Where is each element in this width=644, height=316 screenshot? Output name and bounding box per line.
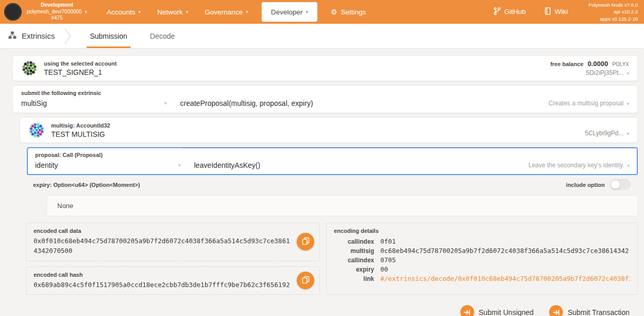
detail-value: 0705 (380, 256, 630, 264)
decode-link[interactable]: #/extrinsics/decode/0x0f010c68eb494c75d7… (380, 275, 630, 282)
chevron-down-icon: ▾ (626, 71, 629, 76)
extrinsics-icon (8, 31, 17, 41)
extrinsic-section-label: submit the following extrinsic (21, 90, 629, 96)
detail-key: link (334, 275, 374, 282)
proposal-doc[interactable]: Leave the secondary key's identity.▾ (528, 162, 630, 169)
book-icon (544, 7, 551, 17)
tab-bar: Extrinsics Submission Decode (0, 24, 644, 48)
include-option-toggle[interactable] (610, 179, 631, 190)
nav-developer[interactable]: Developer▾ (262, 2, 317, 22)
main-content: using the selected account TEST_SIGNER_1… (0, 48, 644, 316)
encoded-call-data-box: encoded call data 0x0f010c68eb494c75d787… (26, 223, 320, 261)
detail-value: 0c68eb494c75d78700205a9b7f2d6072c4038f36… (380, 247, 630, 255)
chain-selector[interactable]: Development polymesh_dev/7000000▾ #475 (4, 2, 87, 22)
chevron-down-icon: ▾ (138, 9, 141, 14)
pallet-select-value: multiSig (21, 99, 47, 107)
divider (182, 148, 637, 149)
multisig-param-label: multisig: AccountId32 (51, 122, 110, 129)
multisig-param-card[interactable]: multisig: AccountId32 TEST MULTISIG 5CLy… (20, 117, 638, 143)
chevron-down-icon: ▾ (186, 9, 188, 14)
copy-icon (302, 237, 310, 246)
account-address[interactable]: 5Di2iPj35Pt...▾ (586, 69, 629, 76)
top-bar: Development polymesh_dev/7000000▾ #475 A… (0, 0, 644, 24)
copy-icon (302, 276, 310, 285)
detail-key: callindex (334, 238, 374, 245)
toggle-knob (611, 180, 620, 189)
github-link[interactable]: GitHub (487, 7, 533, 17)
version-info: Polymesh Node v7.0.0 api v10.2.2 apps v0… (588, 2, 638, 22)
balance-unit: POLYX (612, 61, 629, 67)
extrinsic-doc-text: Creates a multisig proposal (549, 100, 623, 107)
extrinsic-doc[interactable]: Creates a multisig proposal▾ (549, 100, 629, 107)
tab-submission[interactable]: Submission (78, 24, 138, 48)
free-balance: free balance 0.0000 POLYX (550, 60, 629, 68)
breadcrumb-chevron-icon (64, 24, 78, 48)
account-identicon[interactable] (21, 60, 38, 76)
tab-submission-label: Submission (90, 32, 127, 40)
chevron-down-icon: ▾ (626, 131, 629, 136)
encoded-call-hash-value: 0x689ab89c4c5f0f1517905a0ccd18ece2cbb7db… (34, 280, 293, 290)
chevron-down-icon: ▾ (246, 9, 248, 14)
chevron-down-icon: ▾ (164, 101, 167, 106)
header-right: GitHub Wiki Polymesh Node v7.0.0 api v10… (487, 2, 638, 22)
nav-settings[interactable]: ⚙Settings (323, 0, 374, 24)
nav-network[interactable]: Network▾ (149, 0, 197, 24)
sign-in-icon (549, 305, 563, 316)
encoded-call-hash-box: encoded call hash 0x689ab89c4c5f0f151790… (26, 266, 320, 295)
chevron-down-icon: ▾ (178, 163, 181, 168)
encoding-details-box: encoding details callindex 0f01 multisig… (326, 223, 638, 295)
gear-icon: ⚙ (331, 8, 337, 16)
chevron-down-icon: ▾ (627, 163, 630, 168)
proposal-param-label: proposal: Call (Proposal) (35, 152, 630, 158)
nav-accounts[interactable]: Accounts▾ (99, 0, 149, 24)
submit-unsigned-label: Submit Unsigned (479, 308, 534, 316)
nav-governance-label: Governance (205, 8, 243, 16)
account-select-label: using the selected account (44, 60, 117, 67)
section-title-label: Extrinsics (22, 31, 55, 40)
multisig-address[interactable]: 5CLybi9gPd...▾ (585, 130, 629, 138)
nav-accounts-label: Accounts (107, 8, 136, 16)
proposal-param-card: proposal: Call (Proposal) identity▾ leav… (27, 147, 638, 175)
encoding-details-title: encoding details (334, 228, 630, 234)
encoded-section: encoded call data 0x0f010c68eb494c75d787… (26, 223, 638, 295)
nav-developer-label: Developer (271, 8, 303, 16)
copy-call-data-button[interactable] (297, 233, 314, 250)
encoded-call-hash-label: encoded call hash (34, 272, 293, 278)
submit-actions: Submit Unsigned Submit Transaction (12, 305, 630, 316)
expiry-param-row: expiry: Option<u64> (Option<Moment>) inc… (33, 179, 631, 190)
nav-governance[interactable]: Governance▾ (197, 0, 256, 24)
multisig-identicon[interactable] (28, 122, 45, 138)
chevron-down-icon: ▾ (85, 9, 87, 14)
chain-info: Development polymesh_dev/7000000▾ #475 (27, 2, 87, 22)
nav-network-label: Network (157, 8, 183, 16)
api-version: api v10.2.2 (588, 8, 638, 15)
copy-call-hash-button[interactable] (297, 272, 314, 289)
free-balance-label: free balance (550, 61, 583, 67)
tab-decode-label: Decode (150, 32, 175, 40)
github-label: GitHub (504, 8, 526, 15)
pallet-select[interactable]: multiSig▾ (21, 99, 167, 107)
proposal-doc-text: Leave the secondary key's identity. (528, 162, 624, 169)
proposal-pallet-select[interactable]: identity▾ (35, 161, 181, 169)
chain-logo (4, 3, 22, 21)
nav-settings-label: Settings (341, 8, 366, 16)
detail-key: multisig (334, 247, 374, 255)
detail-key: expiry (334, 266, 374, 273)
submit-transaction-button[interactable]: Submit Transaction (549, 305, 630, 316)
tab-decode[interactable]: Decode (139, 24, 186, 48)
proposal-method-select[interactable]: leaveIdentityAsKey() (194, 161, 260, 169)
chevron-down-icon: ▾ (626, 101, 629, 106)
best-block-number: #475 (27, 15, 87, 22)
detail-key: callindex (334, 257, 374, 264)
wiki-label: Wiki (555, 8, 568, 15)
expiry-value-box: None (46, 195, 638, 216)
method-select[interactable]: createProposal(multisig, proposal, expir… (180, 99, 313, 107)
multisig-account-name: TEST MULTISIG (51, 130, 110, 138)
expiry-param-label: expiry: Option<u64> (Option<Moment>) (33, 182, 140, 188)
wiki-link[interactable]: Wiki (537, 7, 575, 17)
section-title: Extrinsics (8, 24, 64, 48)
free-balance-value: 0.0000 (588, 60, 608, 68)
sign-in-icon (460, 305, 474, 316)
submit-unsigned-button[interactable]: Submit Unsigned (460, 305, 534, 316)
account-select-card[interactable]: using the selected account TEST_SIGNER_1… (12, 55, 638, 81)
